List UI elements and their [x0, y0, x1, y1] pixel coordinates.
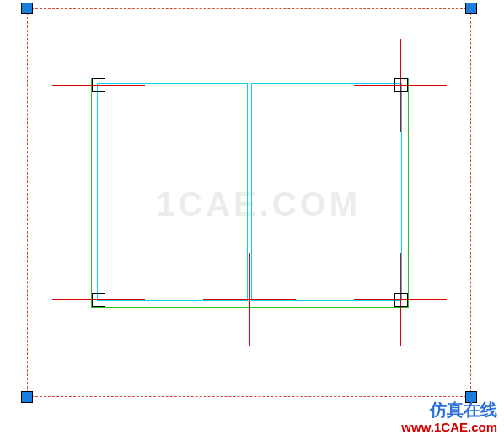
handle-top-right[interactable] [465, 3, 477, 14]
corner-square [92, 78, 105, 92]
cad-canvas[interactable]: 1CAE.COM 仿真在线 www.1CAE.com [0, 0, 504, 435]
cyan-panel-left [97, 83, 248, 301]
red-cross-v [249, 253, 250, 346]
corner-square [394, 293, 408, 307]
footer-zh-text: 仿真在线 [401, 400, 497, 420]
handle-bottom-left[interactable] [21, 391, 33, 403]
cyan-panel-right [251, 83, 402, 301]
footer-credit: 仿真在线 www.1CAE.com [401, 400, 497, 435]
footer-url-text: www.1CAE.com [401, 420, 497, 435]
handle-top-left[interactable] [21, 3, 33, 14]
corner-square [92, 293, 105, 307]
corner-square [394, 78, 408, 92]
